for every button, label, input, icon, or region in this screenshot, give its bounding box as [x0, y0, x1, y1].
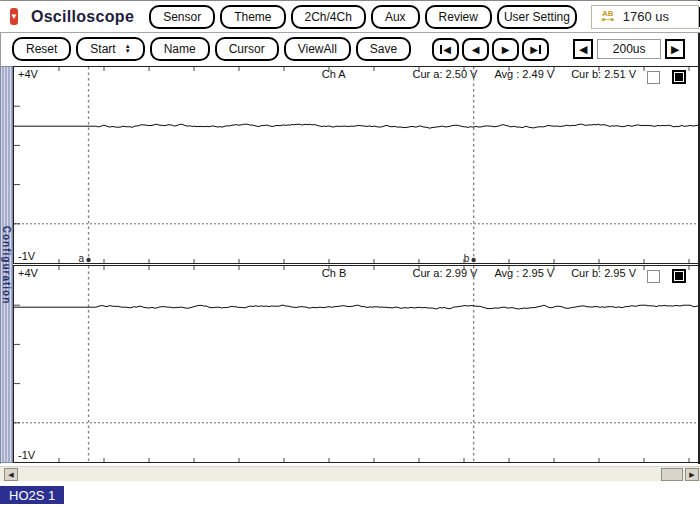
skip-first-button[interactable]: ◀: [432, 38, 459, 61]
bar-icon: [539, 45, 541, 54]
timebase-value-field[interactable]: 200us: [597, 39, 661, 59]
timebase-increase-button[interactable]: ▶: [665, 39, 685, 59]
channel-checkbox-checked[interactable]: [672, 269, 686, 283]
scroll-right-button[interactable]: ▶: [685, 468, 699, 481]
timebase-group: ◀ 200us ▶: [573, 39, 685, 59]
channel-mode-button[interactable]: 2Ch/4Ch: [291, 5, 366, 29]
channel-label: Ch B: [322, 267, 346, 279]
playback-nav-group: ◀ ◀ ▶ ▶: [429, 38, 549, 61]
user-setting-button[interactable]: User Setting: [497, 5, 577, 29]
right-arrow-icon: ▶: [671, 43, 679, 56]
sidebar-configuration[interactable]: Configuration: [0, 66, 13, 463]
toolbar: Reset Start ▲▼ Name Cursor ViewAll Save …: [0, 33, 700, 65]
reset-button[interactable]: Reset: [12, 37, 71, 61]
cur-b-value: 2.51 V: [604, 68, 636, 80]
page-title: Oscilloscope: [31, 8, 134, 26]
ab-time-readout: AB ⇤⇥ 1760 us: [591, 5, 699, 29]
prev-arrow-icon: ◀: [472, 44, 480, 55]
scrollbar-thumb[interactable]: [661, 468, 683, 481]
title-bar: ▼ Oscilloscope Sensor Theme 2Ch/4Ch Aux …: [0, 1, 700, 33]
step-back-button[interactable]: ◀: [462, 38, 489, 61]
next-arrow-icon: ▶: [530, 44, 538, 55]
bar-icon: [440, 45, 442, 54]
save-button[interactable]: Save: [356, 37, 411, 61]
y-axis-bottom-label: -1V: [18, 449, 35, 461]
next-arrow-icon: ▶: [502, 44, 510, 55]
step-forward-button[interactable]: ▶: [492, 38, 519, 61]
sidebar-label: Configuration: [1, 225, 12, 304]
cur-b-value: 2.95 V: [604, 267, 636, 279]
status-tab-label: HO2S 1: [9, 488, 55, 503]
channel-checkbox-checked[interactable]: [672, 70, 686, 84]
chevron-down-icon: ▼: [10, 13, 18, 21]
cursor-readings: Cur a: 2.99 V Avg : 2.95 V Cur b: 2.95 V: [396, 267, 636, 279]
start-button-label: Start: [90, 42, 115, 56]
skip-last-button[interactable]: ▶: [522, 38, 549, 61]
theme-button[interactable]: Theme: [220, 5, 285, 29]
aux-button[interactable]: Aux: [371, 5, 420, 29]
left-arrow-icon: ◀: [579, 43, 587, 56]
scope-panel-ch-a: ab +4V Ch A -1V Cur a: 2.50 V Avg : 2.49…: [13, 66, 699, 264]
oscilloscope-window: ▼ Oscilloscope Sensor Theme 2Ch/4Ch Aux …: [0, 0, 700, 507]
channel-checkbox-unchecked[interactable]: [647, 71, 660, 84]
svg-text:b: b: [464, 253, 470, 263]
ab-time-value: 1760 us: [623, 9, 669, 24]
cursor-readings: Cur a: 2.50 V Avg : 2.49 V Cur b: 2.51 V: [396, 68, 636, 80]
left-arrow-icon: ◀: [8, 471, 13, 478]
y-axis-bottom-label: -1V: [18, 250, 35, 262]
start-button[interactable]: Start ▲▼: [76, 37, 144, 61]
scroll-left-button[interactable]: ◀: [4, 468, 18, 481]
cursor-ab-icon: AB ⇤⇥: [602, 10, 614, 23]
waveform-ch-a: ab: [14, 67, 698, 263]
horizontal-scrollbar[interactable]: ◀ ▶: [0, 466, 700, 481]
spinner-icon: ▲▼: [125, 44, 131, 54]
timebase-decrease-button[interactable]: ◀: [573, 39, 593, 59]
channel-checkbox-unchecked[interactable]: [647, 270, 660, 283]
prev-arrow-icon: ◀: [443, 44, 451, 55]
y-axis-top-label: +4V: [18, 68, 38, 80]
review-button[interactable]: Review: [425, 5, 492, 29]
cursor-button[interactable]: Cursor: [215, 37, 279, 61]
cur-a-value: 2.99 V: [446, 267, 478, 279]
scope-panel-ch-b: +4V Ch B -1V Cur a: 2.99 V Avg : 2.95 V …: [13, 265, 699, 463]
avg-value: 2.49 V: [522, 68, 554, 80]
svg-text:a: a: [79, 253, 85, 263]
channel-label: Ch A: [322, 68, 346, 80]
app-menu-button[interactable]: ▼: [10, 8, 18, 25]
waveform-ch-b: [14, 266, 698, 462]
y-axis-top-label: +4V: [18, 267, 38, 279]
viewall-button[interactable]: ViewAll: [284, 37, 351, 61]
cur-a-value: 2.50 V: [446, 68, 478, 80]
avg-value: 2.95 V: [522, 267, 554, 279]
sensor-button[interactable]: Sensor: [149, 5, 215, 29]
name-button[interactable]: Name: [150, 37, 210, 61]
right-arrow-icon: ▶: [689, 471, 694, 478]
status-tab-ho2s[interactable]: HO2S 1: [0, 486, 64, 504]
